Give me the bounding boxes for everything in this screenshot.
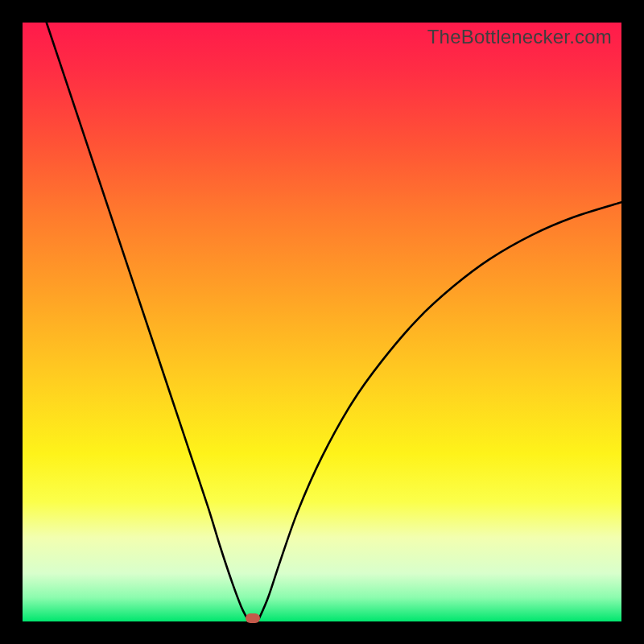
curve-right bbox=[259, 202, 621, 618]
minimum-marker bbox=[246, 613, 260, 623]
curve-layer bbox=[23, 23, 621, 621]
chart-frame: TheBottlenecker.com bbox=[0, 0, 644, 644]
plot-area: TheBottlenecker.com bbox=[23, 23, 621, 621]
watermark-text: TheBottlenecker.com bbox=[427, 26, 612, 48]
curve-left bbox=[47, 23, 247, 618]
